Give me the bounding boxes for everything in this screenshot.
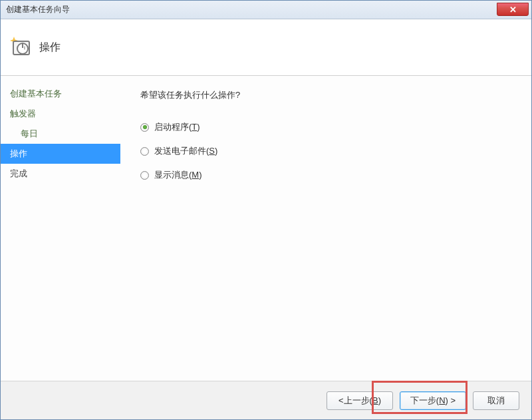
radio-icon [140,147,149,156]
sidebar-item-create-task[interactable]: 创建基本任务 [1,84,120,104]
radio-label: 启动程序(T) [154,121,200,133]
sidebar-item-action[interactable]: 操作 [1,144,120,164]
radio-send-email[interactable]: 发送电子邮件(S) [140,145,525,157]
wizard-header: 操作 [1,19,531,76]
question-label: 希望该任务执行什么操作? [140,89,525,101]
back-button[interactable]: <上一步(B) [327,391,393,410]
radio-icon [140,123,149,132]
close-button[interactable]: ✕ [497,3,529,16]
radio-display-message[interactable]: 显示消息(M) [140,169,525,181]
wizard-window: 创建基本任务向导 ✕ 操作 创建基本任务 触发器 每日 操作 完成 希望该任务执… [0,0,532,420]
main-panel: 希望该任务执行什么操作? 启动程序(T) 发送电子邮件(S) [120,76,531,381]
wizard-steps-sidebar: 创建基本任务 触发器 每日 操作 完成 [1,76,120,381]
page-title: 操作 [39,41,61,55]
content-area: 创建基本任务 触发器 每日 操作 完成 希望该任务执行什么操作? 启动程序(T)… [1,76,531,381]
wizard-footer: <上一步(B) 下一步(N) > 取消 [1,381,531,419]
action-radio-group: 启动程序(T) 发送电子邮件(S) 显示消息(M) [140,121,525,181]
close-icon: ✕ [509,5,517,15]
next-button[interactable]: 下一步(N) > [400,391,466,410]
task-scheduler-icon [10,37,31,58]
sidebar-item-finish[interactable]: 完成 [1,164,120,184]
window-title: 创建基本任务向导 [6,4,70,15]
titlebar: 创建基本任务向导 ✕ [1,1,531,19]
radio-start-program[interactable]: 启动程序(T) [140,121,525,133]
radio-icon [140,171,149,180]
radio-label: 发送电子邮件(S) [154,145,217,157]
radio-label: 显示消息(M) [154,169,202,181]
sidebar-item-daily[interactable]: 每日 [1,124,120,144]
sidebar-item-trigger[interactable]: 触发器 [1,104,120,124]
cancel-button[interactable]: 取消 [473,391,519,410]
